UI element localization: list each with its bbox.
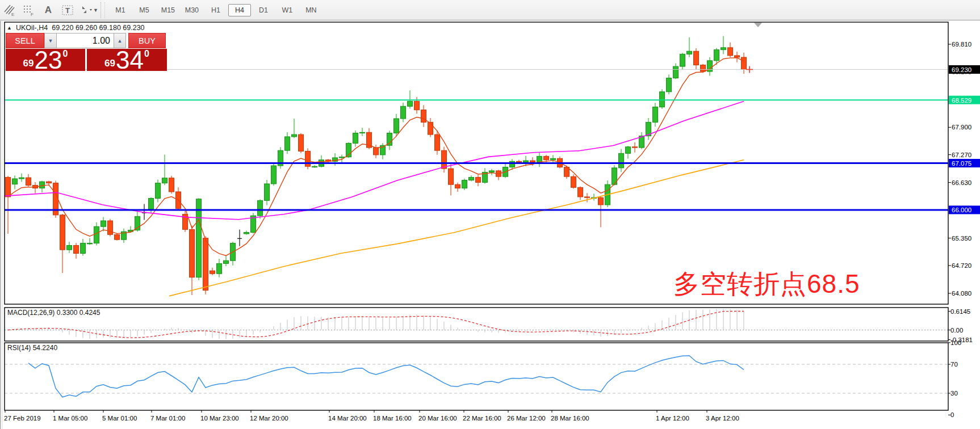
ask-prefix: 69 <box>104 58 115 68</box>
rsi-value: 54.2240 <box>33 344 57 352</box>
ask-superscript: 0 <box>144 49 149 58</box>
last-bar-marker-icon <box>754 23 762 27</box>
price-axis: 69.17069.81067.90067.27066.63065.35064.7… <box>948 41 980 297</box>
rsi-line <box>28 356 744 397</box>
macd-values: 0.3300 0.4245 <box>57 309 100 317</box>
svg-text:69.230: 69.230 <box>952 66 971 73</box>
bid-superscript: 0 <box>62 49 68 58</box>
time-axis-label[interactable]: 22 Mar 16:00 <box>463 415 501 422</box>
rsi-axis-label: 0 <box>950 411 954 418</box>
text-box-icon[interactable]: T <box>59 3 76 18</box>
ask-price-tile[interactable]: 69 34 0 <box>87 49 167 71</box>
chart-window: 69.17069.81067.90067.27066.63065.35064.7… <box>0 21 980 429</box>
svg-text:F: F <box>31 12 33 16</box>
one-click-trade-panel: SELL ▼ ▲ BUY 69 23 0 69 34 0 <box>6 33 167 71</box>
tf-button-h4[interactable]: H4 <box>228 4 251 16</box>
toolbar: E F A T ▼ M1M5M15M30H1H4D1W1MN <box>0 0 980 20</box>
svg-text:T: T <box>65 6 70 15</box>
rsi-axis-label: 30 <box>950 390 958 397</box>
bid-price-tile[interactable]: 69 23 0 <box>6 49 85 71</box>
macd-label: MACD(12,26,9) 0.3300 0.4245 <box>7 309 100 317</box>
time-axis-label[interactable]: 12 Mar 20:00 <box>250 415 288 422</box>
tf-button-d1[interactable]: D1 <box>252 4 275 16</box>
volume-input[interactable] <box>57 33 114 48</box>
time-axis-label[interactable]: 1 Apr 12:00 <box>656 415 689 422</box>
time-axis-label[interactable]: 10 Mar 23:00 <box>200 415 239 422</box>
time-axis: 27 Feb 20191 Mar 05:005 Mar 01:007 Mar 0… <box>4 410 739 422</box>
tf-button-m1[interactable]: M1 <box>109 4 132 16</box>
ohlc-quotes: 69.220 69.260 69.180 69.230 <box>52 24 144 32</box>
timeframe-group: M1M5M15M30H1H4D1W1MN <box>108 4 323 16</box>
bid-big-digits: 23 <box>35 50 62 70</box>
ask-big-digits: 34 <box>116 50 144 70</box>
time-axis-label[interactable]: 7 Mar 01:00 <box>150 415 185 422</box>
trading-app: { "toolbar": { "icons": ["indicators-hat… <box>0 0 980 429</box>
time-axis-label[interactable]: 1 Mar 05:00 <box>53 415 87 422</box>
tf-button-w1[interactable]: W1 <box>276 4 299 16</box>
toolbar-separator <box>100 2 105 18</box>
candles-layer <box>6 36 747 295</box>
time-axis-label[interactable]: 3 Apr 12:00 <box>706 415 739 422</box>
time-axis-label[interactable]: 27 Feb 2019 <box>4 415 41 422</box>
price-axis-label: 67.270 <box>952 152 971 158</box>
price-axis-label: 65.350 <box>952 235 971 242</box>
macd-axis-label: 0.00 <box>950 327 963 334</box>
rsi-axis-label: 70 <box>950 361 958 368</box>
time-axis-label[interactable]: 18 Mar 16:00 <box>373 415 412 422</box>
tf-button-mn[interactable]: MN <box>300 4 323 16</box>
rsi-axis-label: 100 <box>950 339 961 346</box>
price-axis-label: 66.630 <box>952 179 971 186</box>
panel-borders <box>1 21 949 429</box>
volume-field-wrap <box>57 33 114 48</box>
label-a-icon[interactable]: A <box>40 3 57 18</box>
time-axis-label[interactable]: 5 Mar 01:00 <box>102 415 137 422</box>
tf-button-m15[interactable]: M15 <box>157 4 179 16</box>
price-axis-label: 69.810 <box>952 41 971 48</box>
indicator-axes: 0.61450.00-0.318110070300 <box>948 308 973 419</box>
symbol-header: ▲ UKOil-,H4 69.220 69.260 69.180 69.230 <box>7 24 145 32</box>
rsi-label: RSI(14) 54.2240 <box>7 344 57 352</box>
hline-layer <box>5 100 948 210</box>
tf-button-m30[interactable]: M30 <box>181 4 203 16</box>
snap-grid-icon[interactable]: F <box>20 3 37 18</box>
macd-axis-label: 0.6145 <box>950 308 970 315</box>
tf-button-m5[interactable]: M5 <box>133 4 156 16</box>
chart-annotation-text: 多空转折点68.5 <box>673 267 860 302</box>
symbol-title: UKOil-,H4 <box>16 24 48 32</box>
price-axis-label: 64.080 <box>952 290 971 297</box>
indicators-hatch-icon[interactable]: E <box>1 3 18 18</box>
macd-panel <box>5 309 948 339</box>
price-chart[interactable]: 69.17069.81067.90067.27066.63065.35064.7… <box>0 21 980 429</box>
svg-text:67.075: 67.075 <box>952 160 971 167</box>
svg-text:68.529: 68.529 <box>952 97 971 104</box>
price-axis-label: 64.720 <box>952 262 971 269</box>
tf-button-h1[interactable]: H1 <box>204 4 227 16</box>
time-axis-label[interactable]: 26 Mar 12:00 <box>507 415 546 422</box>
price-axis-label: 67.900 <box>952 124 971 131</box>
svg-text:E: E <box>11 12 14 16</box>
ma-medium-line <box>5 101 744 219</box>
time-axis-label[interactable]: 28 Mar 16:00 <box>551 415 589 422</box>
time-axis-label[interactable]: 14 Mar 20:00 <box>328 415 367 422</box>
collapse-trade-panel-icon[interactable]: ▲ <box>7 25 12 31</box>
bid-prefix: 69 <box>23 58 34 68</box>
time-axis-label[interactable]: 20 Mar 16:00 <box>418 415 457 422</box>
svg-text:66.000: 66.000 <box>952 207 971 213</box>
dropdown-caret-icon[interactable]: ▼ <box>93 7 98 13</box>
